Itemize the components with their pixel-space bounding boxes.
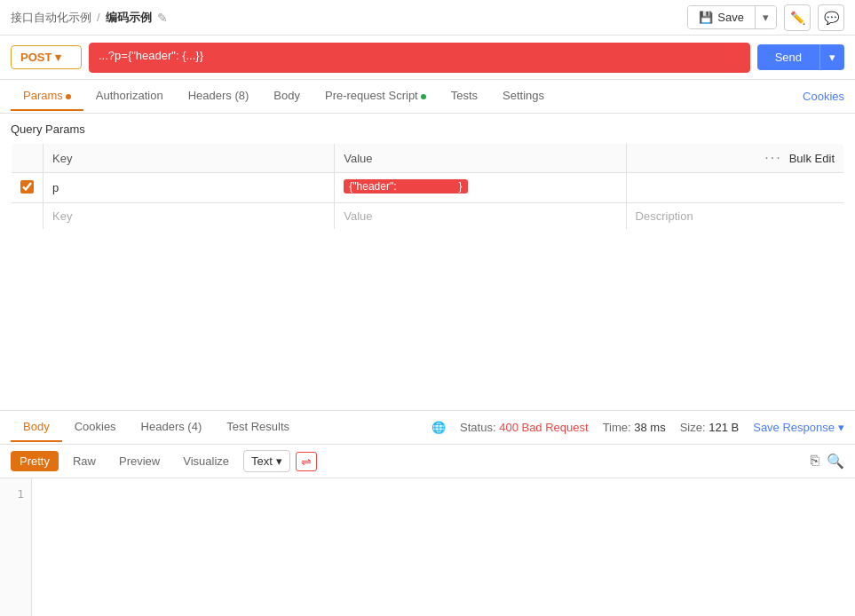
- tab-tests-label: Tests: [451, 89, 478, 102]
- table-row: p {"header": }: [12, 173, 844, 203]
- desc-placeholder: Description: [636, 209, 693, 223]
- format-pretty-label: Pretty: [20, 454, 50, 468]
- params-table: Key Value ··· Bulk Edit p {"header":: [11, 143, 844, 230]
- time-label: Time:: [603, 421, 631, 434]
- tab-body-label: Body: [273, 89, 300, 102]
- key-placeholder: Key: [52, 209, 72, 223]
- line-numbers: 1: [0, 478, 32, 616]
- globe-icon: 🌐: [431, 421, 446, 434]
- tab-settings[interactable]: Settings: [490, 82, 557, 111]
- status-section: Status: 400 Bad Request: [460, 421, 589, 434]
- save-response-arrow: ▾: [838, 421, 844, 434]
- save-response-label: Save Response: [753, 421, 835, 434]
- response-content: 1: [0, 478, 855, 616]
- prerequest-dot: [421, 94, 426, 99]
- top-bar-actions: 💾 Save ▾ ✏️ 💬: [687, 4, 844, 31]
- status-label: Status:: [460, 421, 495, 434]
- response-status-bar: 🌐 Status: 400 Bad Request Time: 38 ms Si…: [431, 421, 844, 434]
- more-options-icon[interactable]: ···: [764, 150, 781, 166]
- response-tab-headers[interactable]: Headers (4): [129, 413, 215, 442]
- send-button[interactable]: Send: [757, 44, 819, 70]
- url-bar: POST ▾ ...?p={"header": {...}} Send ▾: [0, 36, 855, 80]
- code-area[interactable]: [32, 478, 855, 616]
- empty-check: [12, 203, 44, 230]
- params-dot: [66, 94, 71, 99]
- request-tabs: Params Authorization Headers (8) Body Pr…: [11, 82, 557, 111]
- response-tabs: Body Cookies Headers (4) Test Results: [11, 413, 302, 442]
- empty-value[interactable]: Value: [335, 203, 626, 230]
- method-label: POST: [20, 51, 51, 64]
- format-tab-raw[interactable]: Raw: [64, 451, 105, 471]
- row-key-cell[interactable]: p: [44, 173, 335, 203]
- tab-authorization[interactable]: Authorization: [83, 82, 176, 111]
- top-bar: 接口自动化示例 / 编码示例 ✎ 💾 Save ▾ ✏️ 💬: [0, 0, 855, 36]
- empty-key[interactable]: Key: [44, 203, 335, 230]
- search-icon[interactable]: 🔍: [827, 453, 844, 470]
- row-checkbox[interactable]: [20, 180, 34, 193]
- edit-icon[interactable]: ✎: [157, 11, 168, 25]
- format-visualize-label: Visualize: [183, 454, 229, 468]
- save-dropdown-arrow[interactable]: ▾: [755, 6, 776, 28]
- response-tab-headers-label: Headers (4): [141, 420, 202, 433]
- size-value: 121 B: [709, 421, 739, 434]
- tab-params[interactable]: Params: [11, 82, 83, 111]
- size-section: Size: 121 B: [680, 421, 740, 434]
- breadcrumb-parent: 接口自动化示例: [11, 10, 91, 26]
- format-bar: Pretty Raw Preview Visualize Text ▾ ⇌ ⎘ …: [0, 445, 855, 478]
- save-response-button[interactable]: Save Response ▾: [753, 421, 844, 434]
- bulk-edit-label[interactable]: Bulk Edit: [789, 152, 835, 165]
- format-tab-preview[interactable]: Preview: [110, 451, 169, 471]
- response-area: Body Cookies Headers (4) Test Results 🌐 …: [0, 410, 855, 616]
- save-icon: 💾: [699, 11, 713, 24]
- save-button[interactable]: 💾 Save: [688, 6, 755, 28]
- th-value: Value: [335, 144, 626, 173]
- response-tab-body[interactable]: Body: [11, 413, 62, 442]
- line-number-1: 1: [0, 487, 24, 501]
- tab-prerequest[interactable]: Pre-request Script: [313, 82, 439, 111]
- cookies-link[interactable]: Cookies: [803, 90, 844, 103]
- row-value-cell: {"header": }: [335, 173, 626, 203]
- format-type-arrow: ▾: [276, 454, 282, 468]
- response-tab-test-results[interactable]: Test Results: [214, 413, 302, 442]
- send-button-group: Send ▾: [757, 44, 844, 70]
- tab-body[interactable]: Body: [261, 82, 313, 111]
- empty-desc[interactable]: Description: [626, 203, 843, 230]
- url-input[interactable]: ...?p={"header": {...}}: [89, 43, 750, 73]
- row-value-redacted[interactable]: {"header": }: [344, 179, 467, 193]
- format-tab-pretty[interactable]: Pretty: [11, 451, 59, 471]
- tab-settings-label: Settings: [503, 89, 544, 102]
- tab-prerequest-label: Pre-request Script: [325, 89, 418, 102]
- breadcrumb-separator: /: [97, 11, 100, 24]
- row-checkbox-cell: [12, 173, 44, 203]
- format-type-label: Text: [251, 454, 273, 468]
- row-desc-cell[interactable]: [626, 173, 843, 203]
- table-row-empty: Key Value Description: [12, 203, 844, 230]
- send-dropdown-arrow[interactable]: ▾: [819, 44, 844, 70]
- method-select[interactable]: POST ▾: [11, 45, 82, 69]
- tab-tests[interactable]: Tests: [439, 82, 490, 111]
- time-section: Time: 38 ms: [603, 421, 666, 434]
- th-key: Key: [44, 144, 335, 173]
- query-params-section: Query Params Key Value ··· Bulk Edit: [0, 114, 855, 233]
- tab-headers-label: Headers (8): [188, 89, 249, 102]
- response-tab-cookies-label: Cookies: [75, 420, 116, 433]
- th-description: ··· Bulk Edit: [626, 144, 843, 173]
- format-tab-visualize[interactable]: Visualize: [174, 451, 238, 471]
- wrap-icon[interactable]: ⇌: [296, 452, 317, 471]
- response-tab-body-label: Body: [23, 420, 50, 433]
- breadcrumb-current: 编码示例: [106, 10, 152, 26]
- th-check: [12, 144, 44, 173]
- pencil-icon-button[interactable]: ✏️: [784, 4, 811, 31]
- format-type-dropdown[interactable]: Text ▾: [243, 450, 290, 472]
- method-arrow: ▾: [55, 51, 61, 64]
- request-tabs-row: Params Authorization Headers (8) Body Pr…: [0, 80, 855, 114]
- response-tab-cookies[interactable]: Cookies: [62, 413, 129, 442]
- comment-icon-button[interactable]: 💬: [818, 4, 844, 31]
- format-tabs: Pretty Raw Preview Visualize Text ▾ ⇌: [11, 450, 317, 472]
- format-bar-actions: ⎘ 🔍: [811, 453, 844, 470]
- response-tabs-row: Body Cookies Headers (4) Test Results 🌐 …: [0, 411, 855, 445]
- copy-icon[interactable]: ⎘: [811, 453, 819, 470]
- tab-headers[interactable]: Headers (8): [176, 82, 262, 111]
- format-preview-label: Preview: [119, 454, 160, 468]
- save-label: Save: [717, 11, 744, 24]
